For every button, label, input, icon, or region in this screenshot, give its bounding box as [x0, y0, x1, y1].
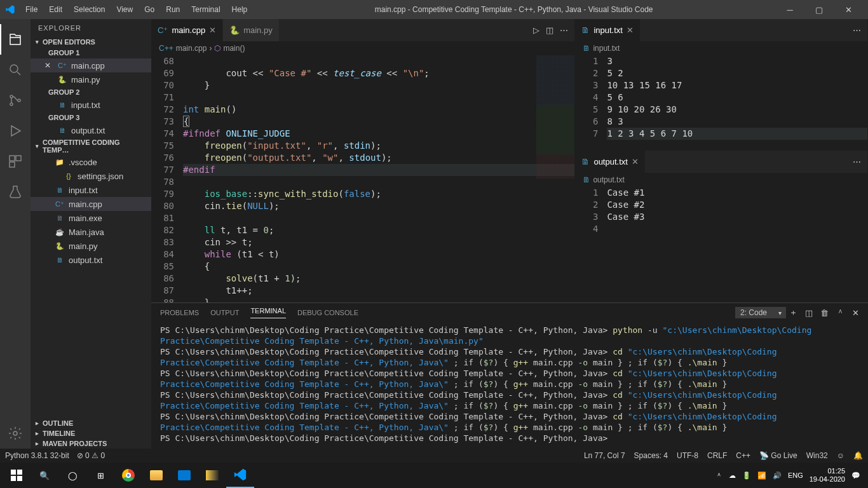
- taskbar-clock[interactable]: 01:25 19-04-2020: [810, 467, 845, 484]
- panel-tab-problems[interactable]: PROBLEMS: [160, 309, 199, 316]
- panel-tab-debug-console[interactable]: DEBUG CONSOLE: [297, 309, 358, 316]
- task-view-icon[interactable]: ⊞: [86, 463, 114, 488]
- breadcrumb-file[interactable]: main.cpp: [176, 44, 207, 53]
- menu-help[interactable]: Help: [227, 3, 253, 17]
- menu-edit[interactable]: Edit: [44, 3, 67, 17]
- project-file-item[interactable]: 🗎output.txt: [31, 253, 151, 267]
- breadcrumb-output[interactable]: 🗎output.txt: [575, 173, 867, 187]
- extensions-icon[interactable]: [0, 146, 31, 177]
- explorer-title: EXPLORER: [31, 19, 151, 37]
- windows-taskbar: 🔍 ◯ ⊞ ＾ ☁ 🔋 📶 🔊 ENG 01:25 19-04-2020 💬: [0, 463, 868, 488]
- close-editor-icon[interactable]: ✕: [43, 61, 52, 70]
- code-editor-main[interactable]: 6869707172737475767778798081828384858687…: [151, 55, 574, 302]
- status-item[interactable]: Python 3.8.1 32-bit: [5, 451, 69, 460]
- menu-file[interactable]: File: [20, 3, 43, 17]
- panel-tab-output[interactable]: OUTPUT: [210, 309, 239, 316]
- maven-section[interactable]: MAVEN PROJECTS: [31, 438, 151, 449]
- close-tab-icon[interactable]: ✕: [632, 157, 639, 166]
- start-button[interactable]: [3, 463, 31, 488]
- run-icon[interactable]: ▷: [533, 25, 539, 35]
- source-control-icon[interactable]: [0, 85, 31, 116]
- settings-gear-icon[interactable]: [0, 418, 31, 449]
- tab-input[interactable]: 🗎 input.txt ✕: [575, 19, 641, 41]
- menu-selection[interactable]: Selection: [69, 3, 110, 17]
- more-actions-icon[interactable]: ⋯: [853, 25, 861, 35]
- more-actions-icon[interactable]: ⋯: [853, 157, 861, 166]
- wifi-icon[interactable]: 📶: [757, 471, 766, 480]
- status-item[interactable]: ⊘ 0 ⚠ 0: [77, 451, 105, 460]
- editor-tabs-input: 🗎 input.txt ✕ ⋯: [575, 19, 867, 41]
- timeline-section[interactable]: TIMELINE: [31, 428, 151, 438]
- app-icon[interactable]: [198, 463, 226, 488]
- notifications-icon[interactable]: 💬: [851, 471, 860, 480]
- search-taskbar-icon[interactable]: 🔍: [31, 463, 58, 488]
- project-file-item[interactable]: 🗎input.txt: [31, 183, 151, 197]
- minimize-button[interactable]: ─: [775, 0, 804, 19]
- menu-view[interactable]: View: [111, 3, 138, 17]
- project-file-item[interactable]: 📁.vscode: [31, 155, 151, 169]
- explorer-icon[interactable]: [0, 24, 31, 55]
- close-tab-icon[interactable]: ✕: [627, 25, 634, 35]
- split-terminal-icon[interactable]: ◫: [805, 308, 813, 318]
- code-editor-input[interactable]: 1234567 35 210 13 15 16 175 69 10 20 26 …: [575, 55, 867, 151]
- new-terminal-icon[interactable]: ＋: [789, 307, 797, 318]
- run-debug-icon[interactable]: [0, 116, 31, 146]
- menu-terminal[interactable]: Terminal: [186, 3, 225, 17]
- vscode-taskbar-icon[interactable]: [226, 463, 254, 488]
- maximize-panel-icon[interactable]: ＾: [836, 307, 844, 318]
- project-file-item[interactable]: ☕Main.java: [31, 225, 151, 239]
- onedrive-icon[interactable]: ☁: [729, 471, 736, 480]
- open-editor-item[interactable]: 🗎output.txt: [31, 123, 151, 137]
- terminal-output[interactable]: PS C:\Users\chinm\Desktop\Coding Practic…: [151, 322, 868, 449]
- file-explorer-icon[interactable]: [142, 463, 170, 488]
- project-file-item[interactable]: 🗎main.exe: [31, 211, 151, 225]
- chrome-icon[interactable]: [114, 463, 142, 488]
- status-item[interactable]: C++: [736, 451, 750, 460]
- test-icon[interactable]: [0, 177, 31, 207]
- tab-main-cpp[interactable]: C⁺main.cpp✕: [151, 19, 223, 41]
- breadcrumb-input[interactable]: 🗎input.txt: [575, 41, 867, 55]
- outline-section[interactable]: OUTLINE: [31, 418, 151, 428]
- language-indicator[interactable]: ENG: [788, 471, 803, 479]
- status-item[interactable]: Ln 77, Col 7: [584, 451, 625, 460]
- panel-tab-terminal[interactable]: TERMINAL: [250, 307, 286, 318]
- close-button[interactable]: ✕: [834, 0, 863, 19]
- status-item[interactable]: CRLF: [707, 451, 727, 460]
- status-item[interactable]: ☺: [837, 451, 844, 460]
- tab-main-py[interactable]: 🐍main.py: [223, 19, 280, 41]
- maximize-button[interactable]: ▢: [804, 0, 834, 19]
- close-tab-icon[interactable]: ✕: [209, 25, 216, 35]
- mail-icon[interactable]: [170, 463, 198, 488]
- status-item[interactable]: Win32: [806, 451, 828, 460]
- open-editor-item[interactable]: ✕C⁺main.cpp: [31, 58, 151, 72]
- menu-go[interactable]: Go: [139, 3, 159, 17]
- split-editor-icon[interactable]: ◫: [546, 25, 553, 35]
- svg-rect-11: [17, 476, 22, 481]
- menu-run[interactable]: Run: [161, 3, 185, 17]
- search-icon[interactable]: [0, 55, 31, 85]
- close-panel-icon[interactable]: ✕: [852, 308, 859, 318]
- tray-chevron-icon[interactable]: ＾: [715, 471, 722, 480]
- status-item[interactable]: Spaces: 4: [634, 451, 668, 460]
- open-editor-item[interactable]: 🗎input.txt: [31, 98, 151, 112]
- status-item[interactable]: UTF-8: [677, 451, 698, 460]
- terminal-panel: PROBLEMSOUTPUTTERMINALDEBUG CONSOLE 2: C…: [151, 302, 868, 449]
- open-editor-item[interactable]: 🐍main.py: [31, 72, 151, 86]
- open-editors-section[interactable]: OPEN EDITORS: [31, 37, 151, 47]
- cortana-icon[interactable]: ◯: [58, 463, 86, 488]
- kill-terminal-icon[interactable]: 🗑: [820, 308, 829, 318]
- status-item[interactable]: 🔔: [853, 451, 863, 460]
- project-file-item[interactable]: 🐍main.py: [31, 239, 151, 253]
- project-file-item[interactable]: C⁺main.cpp: [31, 197, 151, 211]
- battery-icon[interactable]: 🔋: [742, 471, 751, 480]
- minimap[interactable]: [536, 55, 574, 302]
- breadcrumb-symbol[interactable]: main(): [223, 44, 245, 53]
- more-actions-icon[interactable]: ⋯: [560, 25, 568, 35]
- status-item[interactable]: 📡 Go Live: [759, 451, 797, 460]
- volume-icon[interactable]: 🔊: [773, 471, 782, 480]
- tab-output[interactable]: 🗎 output.txt ✕: [575, 151, 645, 173]
- project-file-item[interactable]: {}settings.json: [31, 169, 151, 183]
- code-editor-output[interactable]: 1234 Case #1Case #2Case #3: [575, 187, 867, 302]
- breadcrumb-bar[interactable]: C++ main.cpp › ⬡ main(): [151, 41, 574, 55]
- project-section[interactable]: COMPETITIVE CODING TEMP…: [31, 137, 151, 155]
